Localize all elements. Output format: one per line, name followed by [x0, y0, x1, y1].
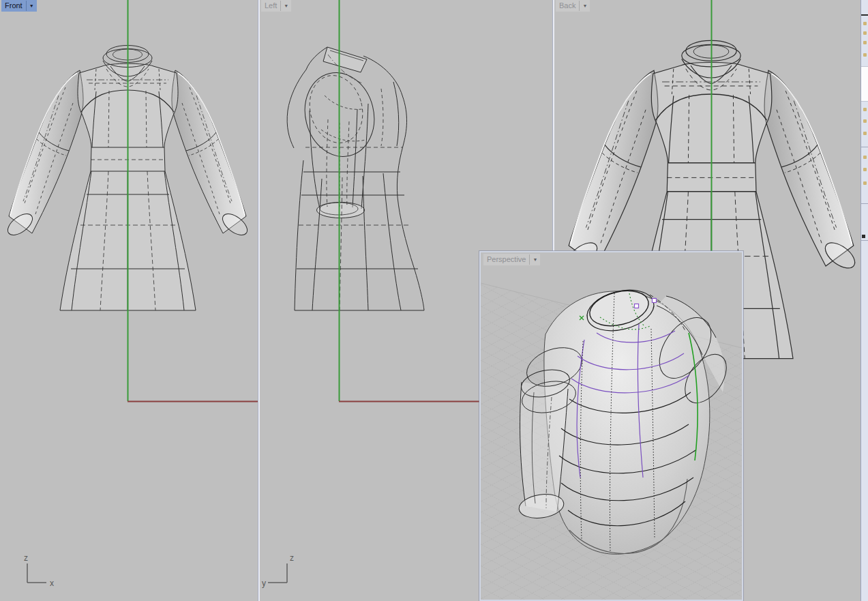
front-view-canvas[interactable]: [0, 0, 258, 601]
toolbar-icon-fragment: [863, 181, 867, 185]
viewport-menu-arrow-icon[interactable]: ▼: [27, 0, 37, 12]
panel-sliver-line: [861, 14, 868, 16]
perspective-view-canvas[interactable]: [481, 252, 742, 600]
viewport-perspective-window[interactable]: Perspective ▼: [479, 251, 743, 601]
viewport-tab-perspective[interactable]: Perspective ▼: [483, 254, 540, 265]
toolbar-icon-fragment: [863, 41, 867, 44]
toolbar-icon-fragment: [863, 132, 867, 135]
docked-panel-sliver: [860, 0, 868, 601]
viewport-tab-label: Perspective: [487, 254, 529, 265]
viewport-tab-label: Front: [5, 0, 26, 12]
viewport-tab-left[interactable]: Left ▼: [261, 0, 291, 12]
viewport-tab-label: Back: [559, 0, 579, 12]
axis-gnomon-left: z y: [261, 553, 313, 589]
toolbar-icon-fragment: [863, 119, 867, 123]
toolbar-icon-fragment: [863, 156, 867, 159]
axis-gnomon-front: z x: [20, 553, 72, 589]
garment-wireframe-left[interactable]: [287, 47, 424, 310]
viewport-front[interactable]: Front ▼ z x: [0, 0, 258, 601]
toolbar-icon-fragment: [863, 168, 867, 171]
cad-application-window: Front ▼ z x: [0, 0, 868, 601]
panel-sliver-whitebox: [861, 66, 868, 102]
viewport-menu-arrow-icon[interactable]: ▼: [530, 254, 540, 265]
viewport-tab-front[interactable]: Front ▼: [1, 0, 37, 12]
panel-sliver-divider: [861, 203, 868, 204]
axis-label-z: z: [24, 553, 28, 563]
toolbar-icon-fragment: [863, 53, 867, 57]
viewport-menu-arrow-icon[interactable]: ▼: [580, 0, 590, 12]
toolbar-icon-fragment: [863, 108, 867, 111]
toolbar-icon-fragment: [862, 235, 865, 238]
axis-label-x: x: [50, 578, 54, 588]
axis-label-z: z: [290, 553, 294, 563]
axis-label-y: y: [262, 578, 266, 588]
panel-sliver-divider: [861, 147, 868, 147]
viewport-tab-back[interactable]: Back ▼: [556, 0, 590, 12]
toolbar-icon-fragment: [863, 31, 867, 35]
toolbar-icon-fragment: [863, 22, 867, 25]
viewport-tab-label: Left: [265, 0, 280, 12]
panel-sliver-divider: [861, 240, 868, 241]
viewport-menu-arrow-icon[interactable]: ▼: [281, 0, 291, 12]
